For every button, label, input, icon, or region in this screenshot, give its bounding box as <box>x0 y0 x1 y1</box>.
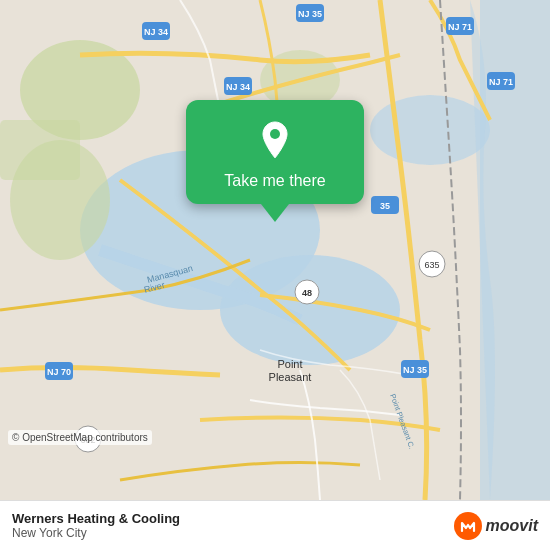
moovit-brand-text: moovit <box>486 517 538 535</box>
svg-text:NJ 70: NJ 70 <box>47 367 71 377</box>
map-background: NJ 34 NJ 34 NJ 35 35 NJ 35 NJ 71 NJ 71 N… <box>0 0 550 500</box>
bottom-bar-info: Werners Heating & Cooling New York City <box>12 511 180 540</box>
svg-text:35: 35 <box>380 201 390 211</box>
map-attribution: © OpenStreetMap contributors <box>8 430 152 445</box>
take-me-there-button[interactable]: Take me there <box>224 172 325 190</box>
svg-point-2 <box>220 255 400 365</box>
svg-text:NJ 34: NJ 34 <box>226 82 250 92</box>
city-name: New York City <box>12 526 180 540</box>
svg-point-36 <box>270 129 280 139</box>
moovit-symbol <box>459 517 477 535</box>
svg-text:NJ 34: NJ 34 <box>144 27 168 37</box>
bottom-bar: Werners Heating & Cooling New York City … <box>0 500 550 550</box>
svg-text:Pleasant: Pleasant <box>269 371 312 383</box>
location-name: Werners Heating & Cooling <box>12 511 180 526</box>
svg-text:NJ 71: NJ 71 <box>448 22 472 32</box>
moovit-icon <box>454 512 482 540</box>
svg-text:NJ 71: NJ 71 <box>489 77 513 87</box>
svg-text:Point: Point <box>277 358 302 370</box>
svg-text:NJ 35: NJ 35 <box>403 365 427 375</box>
location-pin-icon <box>253 118 297 162</box>
svg-rect-7 <box>0 120 80 180</box>
popup-box[interactable]: Take me there <box>186 100 364 204</box>
map-container: NJ 34 NJ 34 NJ 35 35 NJ 35 NJ 71 NJ 71 N… <box>0 0 550 500</box>
svg-text:NJ 35: NJ 35 <box>298 9 322 19</box>
svg-text:635: 635 <box>424 260 439 270</box>
popup-card[interactable]: Take me there <box>186 100 364 222</box>
svg-point-3 <box>370 95 490 165</box>
svg-text:48: 48 <box>302 288 312 298</box>
popup-tail <box>261 204 289 222</box>
moovit-logo[interactable]: moovit <box>454 512 538 540</box>
